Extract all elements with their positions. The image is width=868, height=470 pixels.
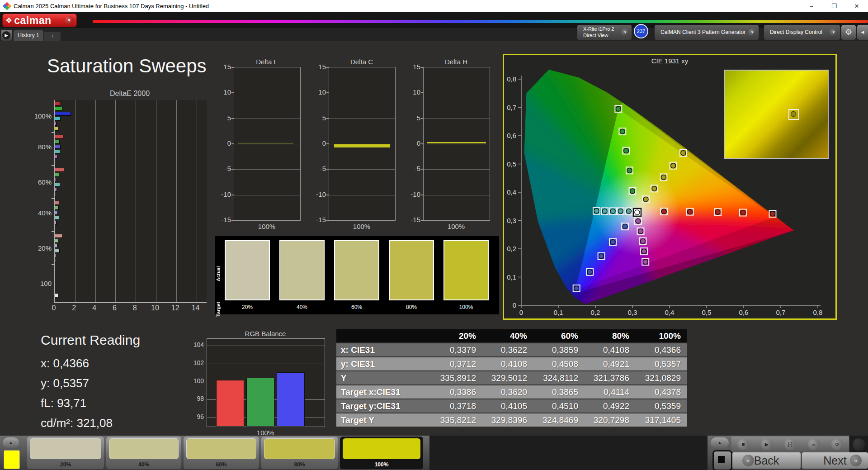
display-status-indicator: [765, 26, 768, 38]
deltae-bar: [55, 221, 57, 225]
deltae-chart: [54, 100, 207, 303]
tab-scroll-button[interactable]: ▶: [1, 30, 12, 41]
delta-ytick: [421, 220, 423, 221]
cie-measured-yellow: [643, 197, 648, 202]
next-button[interactable]: Next »: [802, 452, 868, 469]
transport-bracket-button[interactable]: [·]: [778, 437, 802, 452]
table-row: y: CIE310,37120,41080,45080,49210,5357: [336, 357, 687, 370]
deltae-gridline: [115, 100, 116, 302]
table-row: Target y:CIE310,37180,41050,45100,49220,…: [336, 399, 687, 413]
deltae-ytick: [52, 132, 55, 133]
pattern-button-60%[interactable]: 60%: [184, 437, 259, 469]
cie-measured-yellow: [671, 163, 676, 168]
delta-ytick-label: 0: [215, 139, 231, 147]
measurement-table: 20%40%60%80%100%x: CIE310,33790,36220,38…: [336, 329, 687, 427]
delta-gridline: [329, 119, 395, 119]
deltae-bar: [55, 201, 59, 205]
target-label: Target: [216, 285, 221, 317]
svg-text:0,1: 0,1: [507, 273, 516, 281]
transport-infinity-button[interactable]: ∞: [802, 437, 826, 452]
deltae-bar: [55, 112, 71, 116]
table-cell: 0,3386: [431, 385, 482, 399]
transport-loop-button[interactable]: ⟳: [826, 437, 849, 452]
cie-inset-marker: [788, 109, 799, 120]
delta-gridline: [234, 119, 300, 119]
pattern-button-80%[interactable]: 80%: [261, 437, 338, 469]
meter-dropdown[interactable]: X-Rite i1Pro 2 Direct View ▼: [577, 25, 632, 40]
pattern-panel-expand-button[interactable]: ▲: [3, 437, 19, 448]
delta-gridline: [234, 169, 300, 170]
current-reading-title: Current Reading: [41, 332, 140, 348]
swatch-20%: [225, 240, 270, 300]
rgb-bar: [246, 378, 274, 427]
deltae-bar: [55, 211, 58, 215]
pattern-window-button[interactable]: [712, 450, 732, 470]
calman-menu-button[interactable]: ❖ calman ▼: [2, 14, 77, 27]
delta-chart-delta-l: [234, 67, 301, 221]
delta-ytick: [326, 195, 329, 195]
back-button[interactable]: « Back: [732, 452, 801, 469]
cie-measured-green: [624, 148, 629, 153]
tab-history-1[interactable]: History 1: [14, 30, 43, 41]
cie-measured-cyan: [626, 209, 631, 214]
swatch-label: 20%: [224, 304, 271, 310]
current-pattern-preview[interactable]: [4, 450, 20, 469]
deltae-bar: [55, 193, 56, 197]
pattern-button-100%[interactable]: 100%: [340, 437, 423, 469]
chevron-down-icon: ▼: [830, 28, 838, 37]
table-row-label: Target y:CIE31: [336, 399, 431, 413]
pattern-source-dropdown[interactable]: CalMAN Client 3 Pattern Generator ▼: [655, 25, 759, 40]
cie-measured-magenta: [643, 259, 648, 264]
calman-logo-text: calman: [14, 14, 65, 27]
pattern-button-40%[interactable]: 40%: [106, 437, 181, 469]
delta-ytick-label: 15: [404, 63, 420, 71]
delta-xlabel: 100%: [423, 223, 489, 230]
cie-measured-magenta: [640, 239, 645, 244]
table-cell: 320,7298: [585, 413, 636, 427]
table-cell: 321,3786: [585, 371, 636, 385]
cie-measured-blue: [610, 240, 615, 245]
deltae-xtick-label: 6: [108, 304, 121, 312]
back-arrow-icon: «: [742, 455, 754, 466]
deltae-bar: [55, 183, 60, 187]
delta-ytick-label: 0: [310, 139, 326, 147]
control-panel-expand-button[interactable]: ▲: [711, 437, 729, 448]
table-cell: 0,4105: [482, 399, 533, 413]
minimize-button[interactable]: –: [801, 0, 822, 12]
deltae-group-label: 40%: [18, 209, 52, 217]
rgb-ytick-label: 96: [188, 413, 204, 420]
cie-measured-red: [770, 211, 775, 216]
collapse-panel-button[interactable]: ◀: [857, 25, 868, 40]
tab-add-button[interactable]: +: [44, 32, 61, 41]
table-cell: 0,4922: [585, 399, 636, 413]
svg-text:0,7: 0,7: [507, 104, 516, 111]
pattern-button-label: 60%: [184, 461, 259, 468]
delta-ytick-label: 15: [215, 63, 231, 71]
back-label: Back: [754, 454, 779, 467]
delta-ytick-label: 15: [310, 63, 326, 71]
deltae-xtick-label: 12: [169, 304, 182, 312]
display-control-dropdown[interactable]: Direct Display Control ▼: [764, 25, 840, 40]
delta-ytick-label: -10: [310, 190, 326, 198]
pattern-button-20%[interactable]: 20%: [27, 437, 104, 469]
deltae-gridline: [95, 100, 96, 302]
maximize-button[interactable]: ❐: [824, 0, 844, 12]
close-button[interactable]: ✕: [846, 0, 867, 12]
svg-text:0,3: 0,3: [507, 217, 516, 224]
delta-chart-title: Delta L: [234, 58, 300, 66]
deltae-group-label: 100%: [18, 112, 52, 120]
deltae-group-label: 100: [18, 280, 52, 287]
svg-text:0: 0: [519, 309, 523, 316]
transport-stop-button[interactable]: ■: [731, 437, 755, 452]
cie-measured-yellow: [652, 186, 657, 191]
current-reading-x: x: 0,4366: [41, 356, 89, 370]
swatch-label: 80%: [388, 304, 435, 310]
svg-text:0,4: 0,4: [665, 309, 675, 316]
svg-text:0,6: 0,6: [739, 309, 749, 316]
rgb-gridline: [207, 364, 325, 364]
table-cell: 0,4366: [636, 343, 687, 356]
settings-button[interactable]: ⚙: [841, 25, 856, 40]
cie-measured-magenta: [638, 229, 643, 234]
transport-play-button[interactable]: ▶: [755, 437, 779, 452]
delta-ytick-label: 10: [404, 88, 420, 96]
